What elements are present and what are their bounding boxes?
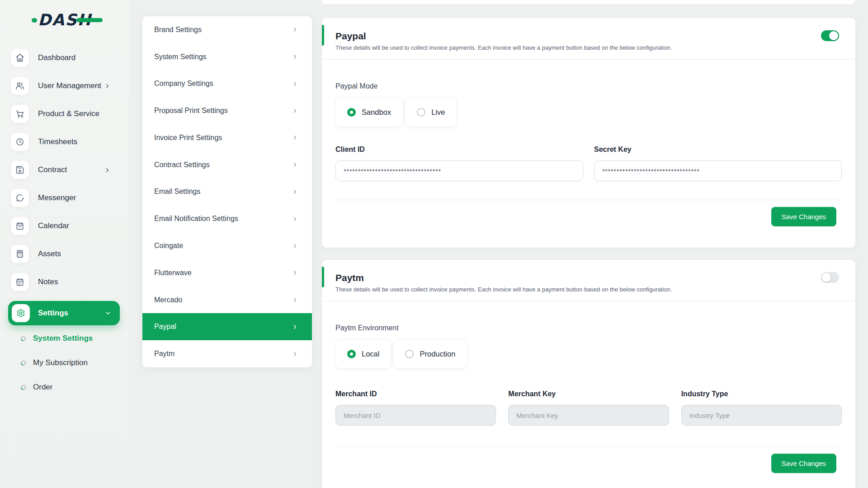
client-id-label: Client ID [335,145,583,154]
divider [322,59,855,60]
settings-menu-item-system-settings[interactable]: System Settings [142,43,312,70]
sidebar: DASH Dashboard User Management Product &… [0,0,129,488]
users-icon [11,77,29,95]
save-icon [11,161,29,179]
paypal-save-button[interactable]: Save Changes [771,207,836,226]
sidebar-subitem-system-settings[interactable]: System Settings [21,332,129,345]
sidebar-item-product-service[interactable]: Product & Service [11,105,129,123]
cart-icon [11,105,29,123]
toggle-knob [829,31,838,40]
settings-menu-item-email-notification-settings[interactable]: Email Notification Settings [142,205,312,232]
sidebar-item-settings[interactable]: Settings [8,301,120,325]
chevron-right-icon [292,26,298,33]
settings-menu-item-mercado[interactable]: Mercado [142,286,312,314]
logo-accent-dot [32,18,37,23]
chevron-right-icon [104,83,111,89]
sidebar-item-dashboard[interactable]: Dashboard [11,49,129,67]
chevron-right-icon [292,216,298,222]
paypal-mode-option-live[interactable]: Live [405,98,457,127]
settings-menu-item-paytm[interactable]: Paytm [142,340,312,367]
settings-menu-item-email-settings[interactable]: Email Settings [142,178,312,206]
paypal-card-title: Paypal [335,31,842,42]
bullet-icon [20,335,27,342]
paytm-env-option-local[interactable]: Local [335,340,391,368]
paytm-env-option-production[interactable]: Production [393,340,467,368]
paytm-card-description: These details will be used to collect in… [335,286,842,293]
paytm-settings-card: Paytm These details will be used to coll… [322,260,855,488]
radio-unchecked-icon [417,108,425,117]
chevron-right-icon [292,53,298,60]
clock-icon [11,133,29,151]
merchant-id-label: Merchant ID [335,390,496,398]
app-logo: DASH [38,11,92,29]
sidebar-item-assets[interactable]: Assets [11,245,129,263]
paytm-enabled-toggle[interactable] [821,272,839,283]
chevron-right-icon [292,296,298,303]
merchant-id-input[interactable] [335,405,496,426]
radio-unchecked-icon [405,350,414,358]
settings-menu-item-company-settings[interactable]: Company Settings [142,70,312,98]
chevron-down-icon [104,310,112,317]
chat-icon [11,189,29,207]
scrolled-card-edge [322,0,855,4]
chevron-right-icon [292,108,298,114]
settings-menu-item-contract-settings[interactable]: Contract Settings [142,151,312,178]
logo-accent-bar [76,18,103,22]
sidebar-subitem-order[interactable]: Order [21,380,129,394]
bullet-icon [20,359,27,366]
settings-menu-panel: Brand Settings System Settings Company S… [142,16,312,367]
paypal-mode-label: Paypal Mode [335,82,842,90]
merchant-key-label: Merchant Key [508,390,669,398]
sidebar-subitem-my-subscription[interactable]: My Subscription [21,356,129,370]
chevron-right-icon [292,269,298,276]
industry-type-label: Industry Type [681,390,842,398]
settings-menu-item-coingate[interactable]: Coingate [142,232,312,259]
accent-bar [322,267,324,287]
settings-menu-item-invoice-print-settings[interactable]: Invoice Print Settings [142,124,312,151]
industry-type-input[interactable] [681,405,842,426]
paypal-enabled-toggle[interactable] [821,30,839,41]
calculator-icon [11,245,29,263]
client-id-input[interactable] [335,160,583,181]
gear-icon [12,304,30,322]
paypal-mode-option-sandbox[interactable]: Sandbox [335,98,403,127]
secret-key-label: Secret Key [594,145,842,154]
secret-key-input[interactable] [594,160,842,181]
sidebar-item-user-management[interactable]: User Management [11,77,129,95]
chevron-right-icon [292,243,298,249]
merchant-key-input[interactable] [508,405,669,426]
chevron-right-icon [292,80,298,87]
sidebar-item-timesheets[interactable]: Timesheets [11,133,129,151]
settings-menu-item-flutterwave[interactable]: Flutterwave [142,259,312,286]
chevron-right-icon [292,188,298,195]
accent-bar [322,25,324,46]
bullet-icon [20,384,27,391]
paytm-save-button[interactable]: Save Changes [771,454,836,473]
calendar-icon [11,217,29,235]
radio-checked-icon [347,108,356,117]
chevron-right-icon [292,161,298,168]
paytm-card-header: Paytm These details will be used to coll… [322,260,855,301]
toggle-knob [822,273,831,282]
sidebar-item-calendar[interactable]: Calendar [11,217,129,235]
divider [322,301,855,301]
sidebar-item-notes[interactable]: Notes [11,273,129,291]
chevron-right-icon [292,351,298,357]
paypal-card-description: These details will be used to collect in… [335,44,842,51]
settings-menu-item-brand-settings[interactable]: Brand Settings [142,16,312,43]
paytm-card-title: Paytm [335,272,842,283]
notes-icon [11,273,29,291]
settings-menu-item-paypal[interactable]: Paypal [142,313,312,340]
chevron-right-icon [292,134,298,141]
radio-checked-icon [347,350,356,358]
settings-menu-item-proposal-print-settings[interactable]: Proposal Print Settings [142,97,312,124]
paytm-environment-label: Paytm Environment [335,324,842,332]
chevron-right-icon [292,324,298,330]
chevron-right-icon [104,167,111,174]
sidebar-item-messenger[interactable]: Messenger [11,189,129,207]
sidebar-item-contract[interactable]: Contract [11,161,129,179]
paypal-settings-card: Paypal These details will be used to col… [322,18,855,248]
home-icon [11,49,29,67]
paypal-card-header: Paypal These details will be used to col… [322,18,855,59]
